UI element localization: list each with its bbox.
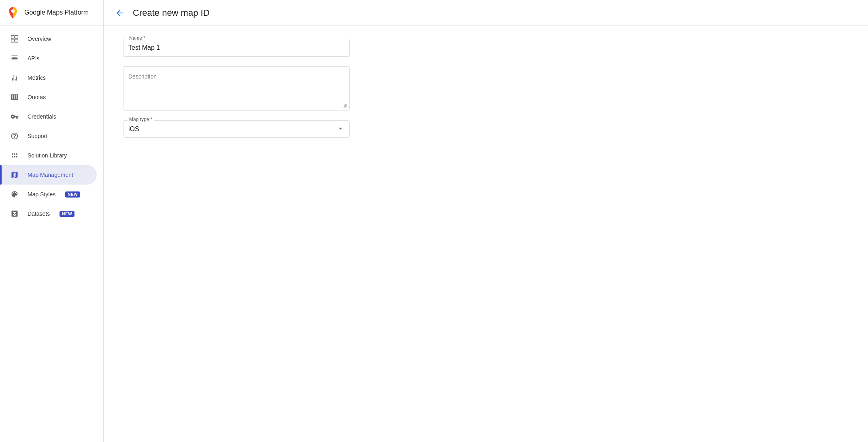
- solution-library-icon: [10, 151, 19, 160]
- sidebar-item-credentials[interactable]: Credentials: [0, 107, 97, 126]
- apis-icon: [10, 53, 19, 63]
- sidebar-item-credentials-label: Credentials: [28, 113, 56, 120]
- sidebar-item-metrics[interactable]: Metrics: [0, 68, 97, 87]
- back-arrow-icon: [115, 8, 125, 18]
- sidebar-item-apis-label: APIs: [28, 55, 40, 62]
- name-field-group: Name *: [123, 39, 350, 57]
- sidebar: Google Maps Platform Overview: [0, 0, 104, 442]
- map-type-field[interactable]: Map type * JavaScript Android iOS: [123, 120, 350, 138]
- sidebar-item-map-styles[interactable]: Map Styles NEW: [0, 185, 97, 204]
- google-maps-logo-icon: [6, 6, 19, 19]
- sidebar-item-quotas[interactable]: Quotas: [0, 87, 97, 107]
- sidebar-item-datasets-label: Datasets: [28, 210, 50, 217]
- map-management-icon: [10, 170, 19, 180]
- main-content: Create new map ID Name * Map type *: [104, 0, 868, 442]
- datasets-icon: [10, 209, 19, 219]
- form-area: Name * Map type * JavaScript Android iOS: [104, 26, 468, 160]
- quotas-icon: [10, 92, 19, 102]
- map-type-field-group: Map type * JavaScript Android iOS: [123, 120, 350, 138]
- sidebar-item-quotas-label: Quotas: [28, 94, 46, 100]
- name-label: Name *: [128, 35, 147, 41]
- description-field[interactable]: [123, 66, 350, 110]
- name-field[interactable]: Name *: [123, 39, 350, 57]
- app-title: Google Maps Platform: [24, 8, 89, 17]
- name-input[interactable]: [128, 42, 345, 53]
- map-styles-icon: [10, 189, 19, 199]
- datasets-new-badge: NEW: [60, 211, 74, 217]
- sidebar-item-apis[interactable]: APIs: [0, 49, 97, 68]
- sidebar-item-support-label: Support: [28, 133, 47, 139]
- support-icon: [10, 131, 19, 141]
- sidebar-item-metrics-label: Metrics: [28, 74, 46, 81]
- metrics-icon: [10, 73, 19, 83]
- sidebar-item-support[interactable]: Support: [0, 126, 97, 146]
- page-title: Create new map ID: [133, 8, 210, 18]
- page-header: Create new map ID: [104, 0, 868, 26]
- description-field-group: [123, 66, 350, 110]
- sidebar-item-map-management-label: Map Management: [28, 172, 73, 178]
- sidebar-item-map-styles-label: Map Styles: [28, 191, 55, 198]
- map-type-label: Map type *: [128, 117, 154, 122]
- nav-list: Overview APIs Metrics: [0, 26, 103, 227]
- map-type-select[interactable]: JavaScript Android iOS: [128, 124, 345, 134]
- resize-handle-icon: [343, 104, 348, 108]
- sidebar-item-solution-library[interactable]: Solution Library: [0, 146, 97, 165]
- sidebar-item-overview-label: Overview: [28, 36, 51, 42]
- sidebar-item-solution-library-label: Solution Library: [28, 152, 67, 159]
- description-textarea[interactable]: [128, 72, 345, 104]
- credentials-icon: [10, 112, 19, 121]
- back-button[interactable]: [113, 6, 126, 19]
- sidebar-header: Google Maps Platform: [0, 0, 103, 26]
- map-styles-new-badge: NEW: [65, 191, 80, 198]
- sidebar-item-datasets[interactable]: Datasets NEW: [0, 204, 97, 223]
- sidebar-item-map-management[interactable]: Map Management: [0, 165, 97, 185]
- overview-icon: [10, 34, 19, 44]
- sidebar-item-overview[interactable]: Overview: [0, 29, 97, 49]
